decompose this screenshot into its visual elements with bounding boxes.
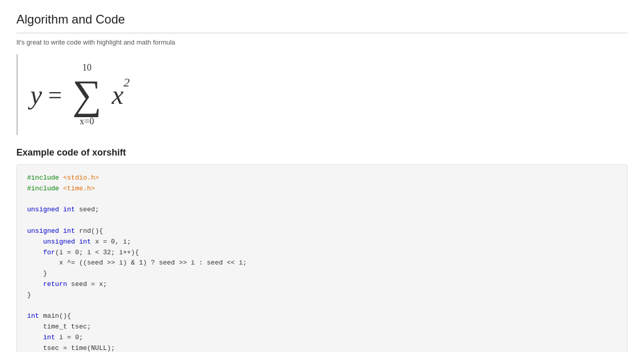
math-lhs: y = (30, 80, 62, 110)
code-line: #include <time.h> (27, 184, 617, 194)
code-line: int main(){ (27, 311, 617, 322)
code-line: x ^= ((seed >> i) & 1) ? seed >> i : see… (27, 258, 617, 269)
math-rhs: x2 (112, 80, 130, 110)
math-formula: y = 10 ∑ x=0 x2 (30, 62, 130, 127)
code-block: #include <stdio.h> #include <time.h> uns… (16, 164, 628, 352)
code-line: } (27, 269, 617, 279)
code-line-empty (27, 194, 617, 205)
code-line: return seed = x; (27, 279, 617, 290)
sigma-symbol: ∑ (72, 74, 101, 115)
sigma-notation: 10 ∑ x=0 (72, 62, 101, 127)
code-line: int i = 0; (27, 333, 617, 343)
math-y: y (30, 80, 42, 110)
code-line: unsigned int rnd(){ (27, 226, 617, 237)
code-line: } (27, 290, 617, 301)
code-line: unsigned int seed; (27, 205, 617, 215)
sigma-lower-limit: x=0 (80, 116, 94, 127)
code-line: unsigned int x = 0, i; (27, 237, 617, 248)
code-section-title: Example code of xorshift (16, 147, 628, 158)
math-exponent: 2 (123, 76, 130, 90)
math-equals: = (48, 81, 62, 109)
code-line: tsec = time(NULL); (27, 343, 617, 352)
math-x: x (112, 80, 123, 110)
code-line: time_t tsec; (27, 322, 617, 333)
subtitle: It's great to write code with highlight … (16, 38, 628, 46)
code-line-empty (27, 215, 617, 226)
page-title: Algorithm and Code (16, 12, 628, 33)
code-line: for(i = 0; i < 32; i++){ (27, 248, 617, 258)
code-line: #include <stdio.h> (27, 173, 617, 184)
code-line-empty (27, 301, 617, 312)
math-formula-block: y = 10 ∑ x=0 x2 (16, 54, 628, 135)
sigma-upper-limit: 10 (82, 62, 92, 73)
